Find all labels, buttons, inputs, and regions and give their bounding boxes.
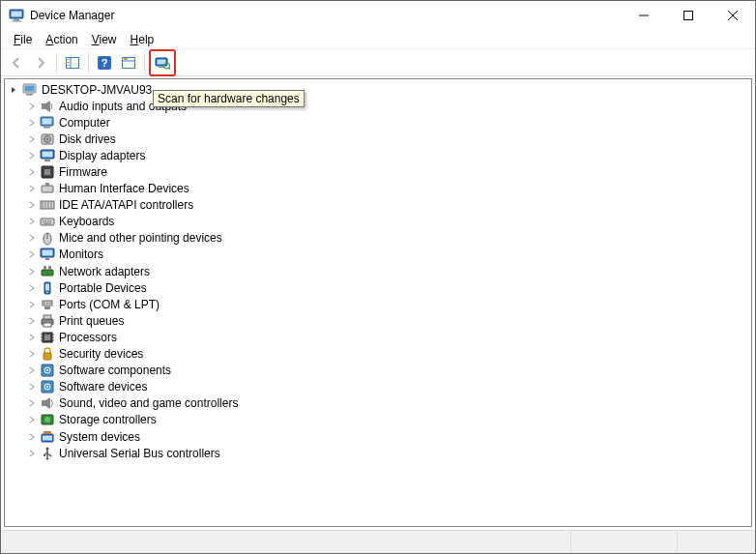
tree-root-node[interactable]: DESKTOP-JMVAU93 [7, 81, 751, 98]
expand-arrow-icon[interactable] [24, 446, 40, 461]
expand-arrow-icon[interactable] [24, 115, 40, 131]
svg-rect-39 [45, 183, 49, 186]
svg-rect-50 [44, 223, 51, 224]
expand-arrow-icon[interactable] [24, 346, 40, 362]
expand-arrow-icon[interactable] [24, 247, 40, 262]
toolbar-separator [144, 53, 145, 73]
menu-view[interactable]: View [85, 32, 124, 47]
tree-category-node[interactable]: IDE ATA/ATAPI controllers [7, 197, 751, 214]
status-cell [678, 531, 755, 553]
expand-arrow-icon[interactable] [24, 330, 40, 345]
tree-category-node[interactable]: Security devices [7, 346, 751, 363]
svg-rect-68 [44, 315, 51, 319]
toolbar-separator [56, 53, 57, 73]
svg-text:?: ? [102, 57, 108, 69]
tree-category-node[interactable]: Ports (COM & LPT) [7, 296, 751, 312]
processor-icon [40, 330, 55, 345]
expand-arrow-icon[interactable] [24, 297, 40, 312]
help-button[interactable]: ? [93, 51, 116, 74]
expand-arrow-icon[interactable] [24, 264, 40, 279]
tree-category-node[interactable]: System devices [7, 428, 751, 445]
tree-category-node[interactable]: Display adapters [7, 147, 751, 163]
close-button[interactable] [711, 1, 755, 30]
maximize-button[interactable] [666, 1, 711, 30]
svg-rect-78 [44, 353, 51, 360]
expand-arrow-icon[interactable] [24, 99, 40, 114]
tree-category-label: Software components [59, 364, 171, 377]
tree-category-node[interactable]: Portable Devices [7, 279, 751, 296]
expand-arrow-icon[interactable] [24, 395, 40, 411]
tree-category-node[interactable]: Keyboards [7, 214, 751, 230]
expand-arrow-icon[interactable] [24, 313, 40, 329]
tree-category-label: Computer [59, 116, 110, 130]
expand-arrow-icon[interactable] [24, 214, 40, 229]
menu-help[interactable]: Help [124, 32, 161, 47]
tree-category-label: Sound, video and game controllers [59, 396, 238, 410]
expand-arrow-icon[interactable] [24, 164, 40, 180]
tree-category-node[interactable]: Monitors [7, 247, 751, 263]
tree-category-node[interactable]: Print queues [7, 312, 751, 329]
properties-button[interactable] [117, 51, 140, 74]
tree-category-node[interactable]: Audio inputs and outputs [7, 98, 751, 114]
expand-arrow-icon[interactable] [24, 412, 40, 427]
tree-category-label: Universal Serial Bus controllers [59, 447, 220, 460]
expand-arrow-icon[interactable] [24, 429, 40, 445]
tree-root-label: DESKTOP-JMVAU93 [42, 83, 152, 97]
expand-arrow-icon[interactable] [24, 181, 40, 196]
tree-category-node[interactable]: Software components [7, 363, 751, 379]
firmware-icon [40, 164, 55, 180]
tree-category-node[interactable]: Software devices [7, 379, 751, 395]
svg-rect-95 [44, 454, 45, 456]
tree-category-node[interactable]: Universal Serial Bus controllers [7, 445, 751, 461]
audio-icon [40, 99, 55, 114]
tree-category-node[interactable]: Firmware [7, 163, 751, 180]
svg-rect-89 [43, 435, 52, 440]
svg-rect-29 [44, 127, 50, 129]
svg-rect-56 [42, 270, 53, 276]
statusbar [1, 530, 755, 553]
computer-icon [22, 82, 38, 98]
scan-hardware-button[interactable] [151, 51, 174, 74]
expand-arrow-icon[interactable] [24, 197, 40, 213]
tree-category-label: Firmware [59, 165, 107, 179]
svg-point-84 [46, 386, 48, 388]
expand-arrow-icon[interactable] [24, 230, 40, 246]
svg-rect-28 [43, 118, 52, 124]
tree-category-node[interactable]: Disk drives [7, 131, 751, 147]
tree-category-label: Storage controllers [59, 413, 157, 426]
forward-button [29, 51, 52, 74]
printer-icon [40, 313, 55, 329]
menu-action[interactable]: Action [39, 32, 84, 47]
device-tree-area[interactable]: Scan for hardware changes DESKTOP-JMVAU9… [4, 78, 752, 527]
tree-category-label: Ports (COM & LPT) [59, 298, 160, 311]
tree-category-node[interactable]: Human Interface Devices [7, 181, 751, 197]
tree-category-node[interactable]: Processors [7, 329, 751, 345]
portable-icon [40, 280, 55, 296]
menu-file[interactable]: File [7, 32, 39, 47]
svg-rect-49 [50, 220, 52, 222]
tree-category-node[interactable]: Computer [7, 114, 751, 131]
svg-point-64 [46, 302, 48, 304]
show-hide-tree-button[interactable] [61, 51, 84, 74]
tree-category-node[interactable]: Storage controllers [7, 412, 751, 428]
tree-category-label: Network adapters [59, 265, 150, 278]
svg-point-65 [49, 302, 51, 304]
svg-rect-1 [12, 12, 22, 17]
tree-category-node[interactable]: Sound, video and game controllers [7, 395, 751, 412]
expand-arrow-icon[interactable] [24, 363, 40, 378]
expand-arrow-icon[interactable] [24, 280, 40, 296]
expand-arrow-icon[interactable] [24, 379, 40, 394]
minimize-button[interactable] [622, 1, 666, 30]
tree-category-node[interactable]: Mice and other pointing devices [7, 230, 751, 247]
svg-rect-60 [45, 283, 49, 290]
svg-rect-12 [68, 65, 70, 66]
tree-category-label: Portable Devices [59, 281, 147, 295]
svg-rect-48 [47, 220, 49, 222]
toolbar-separator [88, 53, 89, 73]
tree-category-label: IDE ATA/ATAPI controllers [59, 198, 193, 212]
expand-arrow-icon[interactable] [24, 131, 40, 147]
tree-category-node[interactable]: Network adapters [7, 263, 751, 279]
collapse-arrow-icon[interactable] [7, 82, 22, 98]
storage-icon [40, 412, 55, 427]
expand-arrow-icon[interactable] [24, 148, 40, 163]
